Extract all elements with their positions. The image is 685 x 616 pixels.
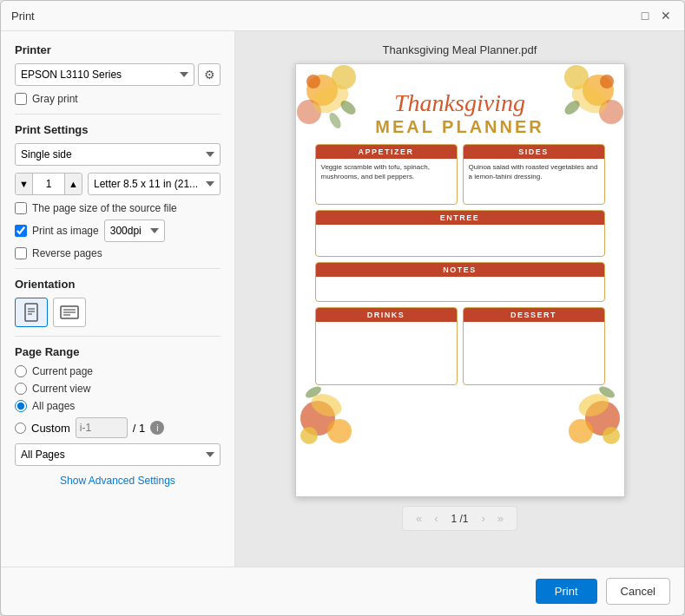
next-page-button[interactable]: › xyxy=(478,510,490,527)
notes-row: NOTES xyxy=(296,262,624,302)
current-view-radio[interactable] xyxy=(15,383,27,395)
title-bar-controls: □ ✕ xyxy=(637,8,674,23)
title-bar: Print □ ✕ xyxy=(1,1,684,31)
printer-row: EPSON L3110 Series ⚙ xyxy=(15,63,221,86)
dessert-section: DESSERT xyxy=(463,307,605,385)
all-pages-row: All pages xyxy=(15,400,221,412)
sides-section: SIDES Quinoa salad with roasted vegetabl… xyxy=(463,144,605,205)
copies-row: ▼ ▲ Letter 8.5 x 11 in (21... xyxy=(15,173,221,195)
info-icon[interactable]: i xyxy=(150,421,164,435)
mp-title-script: Thanksgiving xyxy=(296,90,624,117)
current-view-row: Current view xyxy=(15,383,221,395)
current-page-radio[interactable] xyxy=(15,365,27,377)
all-pages-label: All pages xyxy=(32,400,75,412)
custom-row: Custom / 1 i xyxy=(15,417,221,438)
last-page-button[interactable]: » xyxy=(493,510,508,527)
print-as-image-row: Print as image 300dpi xyxy=(15,220,221,242)
all-pages-radio[interactable] xyxy=(15,400,27,412)
notes-body xyxy=(316,277,604,298)
current-view-label: Current view xyxy=(32,383,90,395)
page-size-checkbox[interactable] xyxy=(15,202,27,214)
landscape-icon xyxy=(60,305,79,320)
copies-decrement[interactable]: ▼ xyxy=(16,174,33,194)
mp-top-grid: APPETIZER Veggie scramble with tofu, spi… xyxy=(296,144,624,205)
page-number: 1 /1 xyxy=(445,513,473,525)
svg-point-26 xyxy=(585,401,620,436)
mp-bottom-grid: DRINKS DESSERT xyxy=(296,307,624,385)
prev-page-button[interactable]: ‹ xyxy=(430,510,442,527)
notes-section: NOTES xyxy=(315,262,605,302)
page-filter-select[interactable]: All Pages xyxy=(15,443,221,466)
first-page-button[interactable]: « xyxy=(412,510,426,527)
print-settings-label: Print Settings xyxy=(15,123,221,136)
divider-2 xyxy=(15,268,221,269)
divider-3 xyxy=(15,336,221,337)
svg-point-27 xyxy=(569,419,593,443)
minimize-button[interactable]: □ xyxy=(637,8,653,23)
meal-planner-preview: Thanksgiving MEAL PLANNER APPETIZER Vegg… xyxy=(296,64,624,496)
printer-settings-button[interactable]: ⚙ xyxy=(198,63,221,86)
entree-header: ENTREE xyxy=(316,211,604,225)
svg-point-29 xyxy=(596,384,616,401)
custom-radio[interactable] xyxy=(15,423,26,434)
current-page-label: Current page xyxy=(32,365,93,377)
printer-label: Printer xyxy=(15,43,221,56)
print-dialog: Print □ ✕ Printer EPSON L3110 Series ⚙ G… xyxy=(0,0,685,616)
sides-row: Single side xyxy=(15,143,221,166)
pdf-title: Thanksgiving Meal Planner.pdf xyxy=(383,43,537,56)
custom-suffix: / 1 xyxy=(133,422,145,435)
appetizer-header: APPETIZER xyxy=(316,145,457,159)
drinks-header: DRINKS xyxy=(316,308,457,322)
orientation-label: Orientation xyxy=(15,278,221,291)
landscape-button[interactable] xyxy=(53,298,86,327)
printer-select[interactable]: EPSON L3110 Series xyxy=(15,63,194,86)
sides-header: SIDES xyxy=(464,145,604,159)
dessert-header: DESSERT xyxy=(464,308,604,322)
svg-point-22 xyxy=(327,419,352,443)
portrait-button[interactable] xyxy=(15,298,48,327)
advanced-settings-link[interactable]: Show Advanced Settings xyxy=(15,475,221,487)
custom-label: Custom xyxy=(31,422,70,435)
copies-increment[interactable]: ▲ xyxy=(64,174,82,194)
entree-row: ENTREE xyxy=(296,210,624,257)
main-area: Printer EPSON L3110 Series ⚙ Gray print … xyxy=(1,31,684,567)
gray-print-row: Gray print xyxy=(15,93,221,105)
svg-point-23 xyxy=(307,390,344,421)
sides-select[interactable]: Single side xyxy=(15,143,221,166)
left-panel: Printer EPSON L3110 Series ⚙ Gray print … xyxy=(1,31,235,567)
drinks-body xyxy=(316,322,457,329)
svg-point-30 xyxy=(603,427,620,444)
print-as-image-checkbox[interactable] xyxy=(15,225,27,237)
custom-input[interactable] xyxy=(76,417,128,438)
cancel-button[interactable]: Cancel xyxy=(606,578,670,605)
page-size-row: The page size of the source file xyxy=(15,202,221,214)
filter-row: All Pages xyxy=(15,443,221,466)
page-range-label: Page Range xyxy=(15,345,221,358)
svg-point-25 xyxy=(300,427,318,444)
mp-title-block: MEAL PLANNER xyxy=(296,117,624,137)
svg-point-24 xyxy=(303,384,322,401)
print-as-image-label: Print as image xyxy=(32,225,99,237)
current-page-row: Current page xyxy=(15,365,221,377)
appetizer-body: Veggie scramble with tofu, spinach, mush… xyxy=(316,159,457,185)
reverse-pages-checkbox[interactable] xyxy=(15,247,27,259)
window-title: Print xyxy=(11,10,35,23)
pdf-preview: Thanksgiving MEAL PLANNER APPETIZER Vegg… xyxy=(295,63,625,497)
reverse-pages-label: Reverse pages xyxy=(32,247,102,259)
gray-print-checkbox[interactable] xyxy=(15,93,27,105)
copies-input[interactable] xyxy=(33,174,64,194)
print-button[interactable]: Print xyxy=(536,579,597,604)
close-button[interactable]: ✕ xyxy=(658,8,674,23)
page-size-label: The page size of the source file xyxy=(32,202,177,214)
svg-rect-0 xyxy=(25,304,37,321)
pagination-bar: « ‹ 1 /1 › » xyxy=(402,506,517,531)
copies-spinbox: ▼ ▲ xyxy=(15,173,82,195)
entree-body xyxy=(316,225,604,256)
sides-body: Quinoa salad with roasted vegetables and… xyxy=(464,159,604,185)
dpi-select[interactable]: 300dpi xyxy=(104,220,165,242)
entree-section: ENTREE xyxy=(315,210,605,257)
paper-select[interactable]: Letter 8.5 x 11 in (21... xyxy=(88,173,221,195)
appetizer-section: APPETIZER Veggie scramble with tofu, spi… xyxy=(315,144,458,205)
divider-1 xyxy=(15,114,221,115)
mp-header: Thanksgiving MEAL PLANNER xyxy=(296,64,624,137)
